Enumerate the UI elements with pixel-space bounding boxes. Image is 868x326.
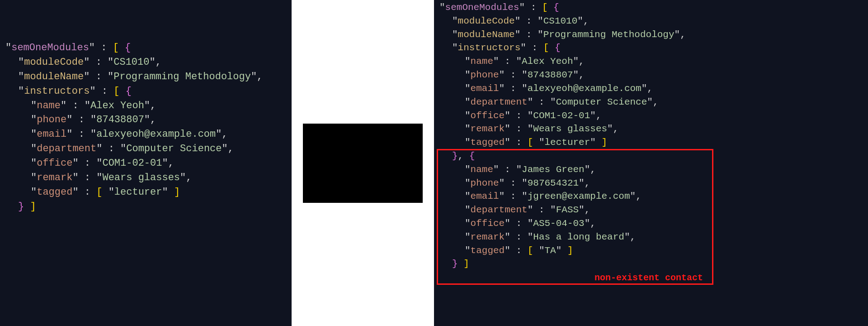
key-semOneModules: semOneModules [445, 2, 519, 13]
code-line: } ] [439, 257, 863, 271]
code-line: "email" : "alexyeoh@example.com", [5, 127, 286, 142]
code-line: "moduleName" : "Programming Methodology"… [5, 70, 286, 84]
code-line: "tagged" : [ "lecturer" ] [439, 136, 863, 149]
code-line: "name" : "Alex Yeoh", [439, 55, 863, 68]
center-gap [292, 0, 434, 326]
code-line: "remark" : "Has a long beard", [439, 230, 863, 244]
code-line: "name" : "James Green", [439, 163, 863, 177]
code-line: "remark" : "Wears glasses", [5, 171, 286, 185]
code-line: "phone" : "987654321", [439, 177, 863, 190]
code-panel-left: "semOneModules" : [ { "moduleCode" : "CS… [0, 0, 292, 326]
code-line: "tagged" : [ "TA" ] [439, 244, 863, 258]
code-panel-right: "semOneModules" : [ { "moduleCode" : "CS… [434, 0, 868, 326]
code-line: "remark" : "Wears glasses", [439, 122, 863, 136]
code-line: "department" : "Computer Science", [439, 96, 863, 109]
code-line: "semOneModules" : [ { [5, 41, 286, 55]
code-line: "phone" : "87438807", [5, 113, 286, 127]
code-line: "office" : "AS5-04-03", [439, 217, 863, 230]
code-line: "office" : "COM1-02-01", [5, 156, 286, 171]
code-line: "name" : "Alex Yeoh", [5, 99, 286, 113]
code-line: "phone" : "87438807", [439, 68, 863, 82]
code-line: "moduleCode" : "CS1010", [5, 55, 286, 70]
code-line: "moduleName" : "Programming Methodology"… [439, 28, 863, 42]
code-line: } ] [5, 200, 286, 214]
code-line: "office" : "COM1-02-01", [439, 109, 863, 123]
code-line: }, { [439, 149, 863, 163]
redacted-block [303, 124, 423, 203]
code-line: "department" : "Computer Science", [5, 142, 286, 156]
code-line: "department" : "FASS", [439, 203, 863, 217]
code-line: "moduleCode" : "CS1010", [439, 14, 863, 28]
code-line: "email" : "jgreen@example.com", [439, 190, 863, 203]
code-line: "instructors" : [ { [5, 84, 286, 99]
code-line: "tagged" : [ "lecturer" ] [5, 185, 286, 200]
annotation-label: non-existent contact [594, 272, 703, 284]
code-line: "instructors" : [ { [439, 41, 863, 55]
key-semOneModules: semOneModules [11, 42, 89, 53]
code-line: "email" : "alexyeoh@example.com", [439, 82, 863, 96]
code-line: "semOneModules" : [ { [439, 1, 863, 14]
